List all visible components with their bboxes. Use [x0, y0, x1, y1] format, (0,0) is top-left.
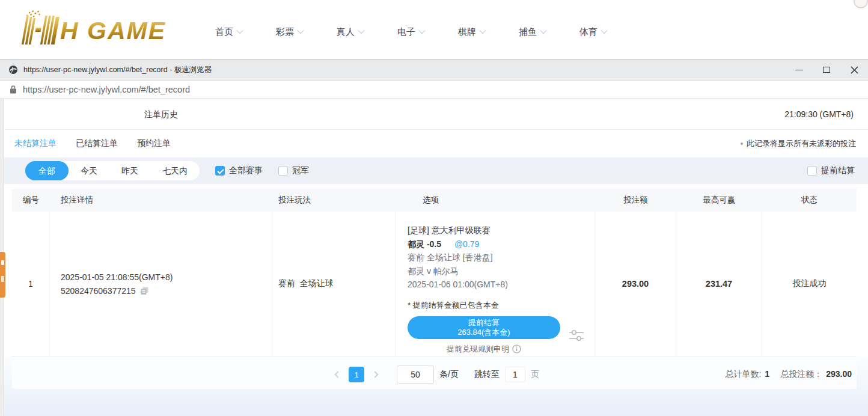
current-page-button[interactable]: 1 [349, 367, 364, 382]
nav-label: 首页 [215, 26, 233, 38]
floating-circle-icon[interactable] [854, 0, 868, 8]
bet-time: 2025-01-05 21:08:55(GMT+8) [61, 272, 272, 282]
all-events-label: 全部赛事 [229, 165, 263, 176]
minimize-icon [795, 70, 803, 70]
total-stake-label: 总投注额： [780, 369, 822, 379]
nav-item-live[interactable]: 真人 [337, 26, 364, 38]
filter-row: 全部 今天 昨天 七天内 全部赛事 冠军 提前结算 [0, 158, 868, 184]
totals: 总计单数:1 总投注额：293.00 [725, 360, 852, 389]
pager-group: 1 条/页 跳转至 页 [329, 366, 539, 384]
pagination-bar: 1 条/页 跳转至 页 总计单数:1 总投注额：293.00 [12, 360, 857, 389]
cell-option: [足球] 意大利甲级联赛 都灵 -0.5 @0.79 赛前 全场让球 [香港盘]… [396, 212, 595, 356]
bets-table: 编号 投注详情 投注玩法 选项 投注额 最高可赢 状态 1 2025-01-05… [12, 189, 857, 356]
match-teams: 都灵 v 帕尔马 [408, 265, 588, 278]
cell-status: 投注成功 [762, 212, 857, 356]
chevron-down-icon [418, 27, 425, 34]
chevron-down-icon [236, 27, 243, 34]
cashout-button[interactable]: 提前结算 263.84(含本金) [408, 316, 560, 339]
next-page-button[interactable] [367, 366, 384, 383]
chevron-down-icon [358, 27, 364, 34]
nav-item-boardgames[interactable]: 棋牌 [458, 26, 485, 38]
pick-selection: 都灵 -0.5 [408, 239, 441, 249]
tab-settled[interactable]: 已结算注单 [76, 138, 118, 149]
market-type: 赛前 全场让球 [香港盘] [408, 251, 588, 265]
tab-unsettled[interactable]: 未结算注单 [14, 138, 57, 149]
cashout-rule-link[interactable]: 提前兑现规则申明 [408, 344, 560, 355]
tabs-row: 未结算注单 已结算注单 预约注单 此记录将显示所有未派彩的投注 [0, 130, 868, 158]
chevron-down-icon [540, 27, 546, 34]
date-filter-7days[interactable]: 七天内 [150, 161, 200, 180]
nav-item-slots[interactable]: 电子 [397, 26, 424, 38]
cashout-settings-icon[interactable] [569, 329, 584, 342]
page-title: 注单历史 [144, 99, 178, 130]
col-header-no: 编号 [12, 195, 50, 206]
server-clock: 21:09:30 (GMT+8) [784, 99, 854, 130]
svg-text:H GAME: H GAME [60, 17, 166, 44]
chevron-down-icon [297, 27, 304, 34]
total-stake-value: 293.00 [826, 369, 852, 379]
date-filter-yesterday[interactable]: 昨天 [109, 161, 150, 180]
col-header-option: 选项 [396, 195, 595, 206]
bottom-zone: 1 条/页 跳转至 页 总计单数:1 总投注额：293.00 [0, 356, 868, 416]
nav-item-home[interactable]: 首页 [215, 26, 242, 38]
cashout-row: 提前结算 263.84(含本金) 提前兑现规则申明 [408, 316, 588, 355]
cell-stake: 293.00 [595, 212, 676, 356]
url-text: https://user-pc-new.jylywl.com/#/bet_rec… [23, 85, 190, 94]
cashout-note: * 提前结算金额已包含本金 [408, 299, 588, 311]
cell-row-number: 1 [12, 212, 50, 356]
close-icon [851, 66, 858, 74]
nav-item-sports[interactable]: 体育 [579, 26, 607, 38]
date-filter-all[interactable]: 全部 [25, 161, 69, 180]
nav-item-fishing[interactable]: 捕鱼 [519, 26, 546, 38]
early-settle-label: 提前结算 [821, 165, 855, 176]
col-header-detail: 投注详情 [50, 195, 272, 206]
total-count-label: 总计单数: [725, 369, 761, 379]
page-header: 注单历史 21:09:30 (GMT+8) [0, 99, 868, 130]
nav-item-lottery[interactable]: 彩票 [276, 26, 303, 38]
maximize-button[interactable] [813, 60, 840, 80]
chevron-right-icon [371, 371, 378, 378]
page-size-input[interactable] [397, 366, 434, 384]
cashout-button-amount: 263.84(含本金) [457, 328, 510, 337]
nav-label: 彩票 [276, 26, 294, 38]
hh-game-logo[interactable]: H GAME [16, 10, 177, 47]
copy-icon[interactable] [140, 286, 149, 295]
tab-reserved[interactable]: 预约注单 [137, 138, 171, 149]
champion-checkbox[interactable]: 冠军 [278, 165, 309, 176]
total-count: 总计单数:1 [725, 369, 769, 380]
champion-label: 冠军 [292, 165, 309, 176]
minimize-button[interactable] [785, 60, 813, 80]
chevron-left-icon [334, 371, 341, 378]
chevron-down-icon [479, 27, 486, 34]
info-icon [512, 344, 521, 353]
cashout-rule-text: 提前兑现规则申明 [447, 344, 509, 355]
record-note: 此记录将显示所有未派彩的投注 [741, 138, 856, 149]
total-count-value: 1 [765, 369, 769, 379]
all-events-checkbox[interactable]: 全部赛事 [215, 165, 263, 176]
early-settle-checkbox[interactable]: 提前结算 [807, 165, 855, 176]
main-nav: 首页 彩票 真人 电子 棋牌 捕鱼 体育 [215, 26, 607, 38]
record-note-text: 此记录将显示所有未派彩的投注 [747, 138, 856, 149]
table-row: 1 2025-01-05 21:08:55(GMT+8) 52082476063… [12, 212, 857, 356]
browser-titlebar[interactable]: https://user-pc-new.jylywl.com/#/bet_rec… [0, 60, 868, 81]
page-unit-label: 页 [531, 369, 539, 380]
floating-side-widget[interactable] [0, 252, 5, 298]
bet-id: 5208247606377215 [61, 286, 136, 296]
nav-label: 真人 [337, 26, 355, 38]
prev-page-button[interactable] [329, 366, 346, 383]
per-page-label: 条/页 [439, 369, 459, 380]
date-filter-group: 全部 今天 昨天 七天内 [25, 161, 200, 180]
globe-favicon [8, 65, 18, 75]
col-header-stake: 投注额 [595, 195, 676, 206]
browser-addressbar[interactable]: https://user-pc-new.jylywl.com/#/bet_rec… [0, 81, 868, 99]
close-button[interactable] [840, 60, 868, 80]
jump-page-input[interactable] [505, 367, 525, 382]
odds-value: @0.79 [454, 239, 479, 249]
col-header-maxwin: 最高可赢 [676, 195, 762, 206]
match-time: 2025-01-06 01:00(GMT+8) [408, 278, 588, 292]
date-filter-today[interactable]: 今天 [69, 161, 109, 180]
window-title: https://user-pc-new.jylywl.com/#/bet_rec… [23, 65, 785, 75]
checkbox-checked-icon [215, 166, 225, 176]
nav-label: 体育 [579, 26, 598, 38]
checkbox-unchecked-icon [278, 166, 288, 176]
